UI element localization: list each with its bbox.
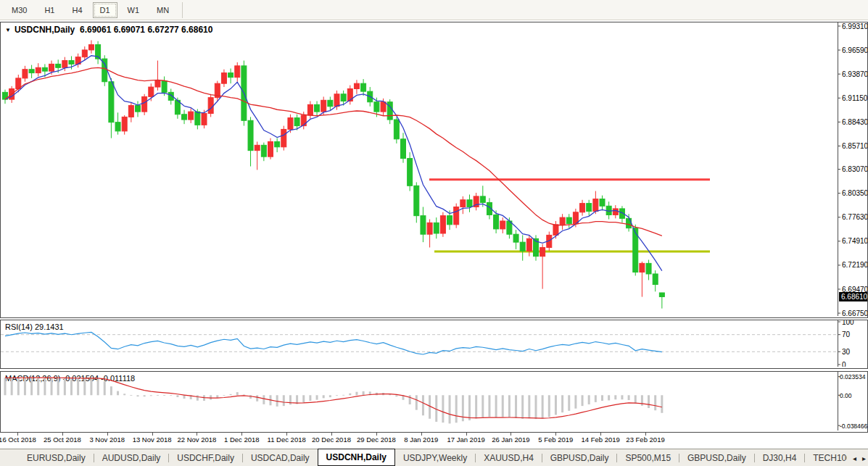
macd-histogram-bar [661, 395, 663, 412]
macd-histogram-bar [309, 395, 311, 401]
candle-body [228, 73, 233, 78]
price-axis-label: 6.77630 [842, 213, 867, 221]
time-axis-label: 23 Feb 2019 [626, 436, 664, 444]
candle-body [301, 115, 306, 126]
macd-chart: 0.0235340.00-0.038466 [1, 372, 867, 430]
macd-histogram-bar [422, 395, 424, 415]
candle-body [401, 139, 406, 159]
time-axis-label: 13 Nov 2018 [133, 436, 172, 444]
candle-body [434, 222, 439, 233]
candle-body [560, 217, 565, 225]
candle-body [142, 96, 147, 112]
time-axis-label: 16 Oct 2018 [0, 436, 36, 444]
chart-tab-gbpusd-daily[interactable]: GBPUSD,Daily [679, 449, 754, 466]
candle-body [82, 50, 87, 57]
macd-histogram-bar [595, 395, 597, 402]
macd-histogram-bar [455, 395, 458, 423]
candle-body [640, 263, 645, 272]
macd-histogram-bar [104, 381, 106, 395]
timeframe-button-h1[interactable]: H1 [37, 2, 62, 18]
time-axis-label: 29 Dec 2018 [357, 436, 396, 444]
macd-histogram-bar [574, 395, 576, 408]
chart-tab-audusd-daily[interactable]: AUDUSD,Daily [94, 449, 169, 466]
tab-scroll-right-icon[interactable]: ▸ [862, 454, 866, 462]
candle-body [447, 216, 452, 225]
chart-tab-sp500-m15[interactable]: SP500,M15 [617, 449, 679, 466]
candle-body [235, 66, 240, 78]
macd-histogram-bar [621, 395, 623, 399]
macd-histogram-bar [641, 395, 643, 406]
macd-histogram-bar [230, 394, 232, 395]
macd-histogram-bar [144, 395, 146, 396]
macd-histogram-bar [83, 378, 86, 395]
candle-body [659, 293, 664, 296]
macd-histogram-bar [64, 378, 66, 396]
time-axis[interactable]: 16 Oct 201825 Oct 20183 Nov 201813 Nov 2… [0, 433, 868, 447]
candle-body [281, 129, 286, 146]
time-axis-label: 1 Dec 2018 [224, 436, 260, 444]
time-axis-label: 17 Jan 2019 [447, 436, 484, 444]
time-axis-label: 5 Feb 2019 [538, 436, 573, 444]
macd-indicator-panel[interactable]: MACD(12,26,9) -0.021504 -0.011118 0.0235… [0, 371, 868, 433]
macd-histogram-bar [197, 395, 199, 400]
candle-body [189, 112, 194, 120]
chart-tab-dj30-h4[interactable]: DJ30,H4 [755, 449, 805, 466]
chart-tab-usdcnh-daily[interactable]: USDCNH,Daily [318, 449, 395, 466]
macd-histogram-bar [37, 378, 39, 396]
timeframe-button-mn[interactable]: MN [149, 2, 176, 18]
chart-tab-usdjpy-weekly[interactable]: USDJPY,Weekly [395, 449, 475, 466]
macd-axis-label: -0.038466 [840, 423, 867, 430]
macd-histogram-bar [654, 395, 656, 410]
chart-tab-xauusd-h4[interactable]: XAUUSD,H4 [476, 449, 542, 466]
timeframe-button-d1[interactable]: D1 [93, 2, 117, 18]
macd-axis-label: 0.023534 [840, 373, 866, 380]
macd-histogram-bar [614, 395, 616, 399]
candle-body [394, 120, 399, 139]
timeframe-button-h4[interactable]: H4 [65, 2, 89, 18]
macd-histogram-bar [223, 395, 225, 396]
macd-histogram-bar [409, 395, 411, 404]
macd-histogram-bar [355, 392, 357, 396]
chart-tab-usdcad-daily[interactable]: USDCAD,Daily [243, 449, 318, 466]
macd-histogram-bar [336, 395, 338, 396]
chart-tab-gbpusd-daily[interactable]: GBPUSD,Daily [542, 449, 617, 466]
candle-body [587, 204, 592, 212]
macd-histogram-bar [329, 395, 331, 397]
chart-tab-eurusd-daily[interactable]: EURUSD,Daily [19, 449, 94, 466]
candlestick-chart[interactable]: 6.993106.965906.938706.911506.884306.857… [1, 22, 867, 316]
candle-body [414, 186, 419, 215]
main-chart-panel[interactable]: ▼USDCNH,Daily 6.69061 6.69071 6.67277 6.… [0, 22, 868, 318]
macd-histogram-bar [648, 395, 650, 408]
candle-body [580, 204, 585, 212]
fast-ma-line [5, 56, 662, 271]
candle-body [128, 106, 133, 117]
time-axis-label: 14 Feb 2019 [581, 436, 619, 444]
candle-body [566, 217, 571, 224]
candle-body [275, 141, 280, 146]
candle-body [221, 73, 226, 84]
timeframe-button-m30[interactable]: M30 [4, 2, 34, 18]
macd-histogram-bar [508, 395, 511, 417]
macd-histogram-bar [283, 395, 285, 406]
rsi-indicator-panel[interactable]: RSI(14) 29.1431 10070300 [0, 320, 868, 369]
macd-histogram-bar [4, 378, 7, 395]
rsi-axis-label: 100 [842, 320, 854, 326]
tab-scroll-left-icon[interactable]: ◂ [853, 454, 856, 462]
candle-body [36, 67, 41, 72]
macd-histogram-bar [342, 395, 344, 396]
macd-histogram-bar [249, 395, 252, 399]
macd-histogram-bar [323, 395, 325, 398]
candle-body [520, 242, 525, 251]
candle-body [513, 234, 518, 242]
timeframe-button-w1[interactable]: W1 [120, 2, 147, 18]
candle-body [593, 199, 598, 212]
candle-body [627, 218, 632, 228]
rsi-chart: 10070300 [1, 320, 867, 367]
chart-tab-usdchf-daily[interactable]: USDCHF,Daily [169, 449, 242, 466]
macd-histogram-bar [502, 395, 504, 417]
candle-body [341, 94, 346, 101]
macd-histogram-bar [77, 378, 79, 395]
candle-body [261, 145, 266, 157]
macd-histogram-bar [449, 395, 451, 423]
candle-body [29, 70, 34, 73]
